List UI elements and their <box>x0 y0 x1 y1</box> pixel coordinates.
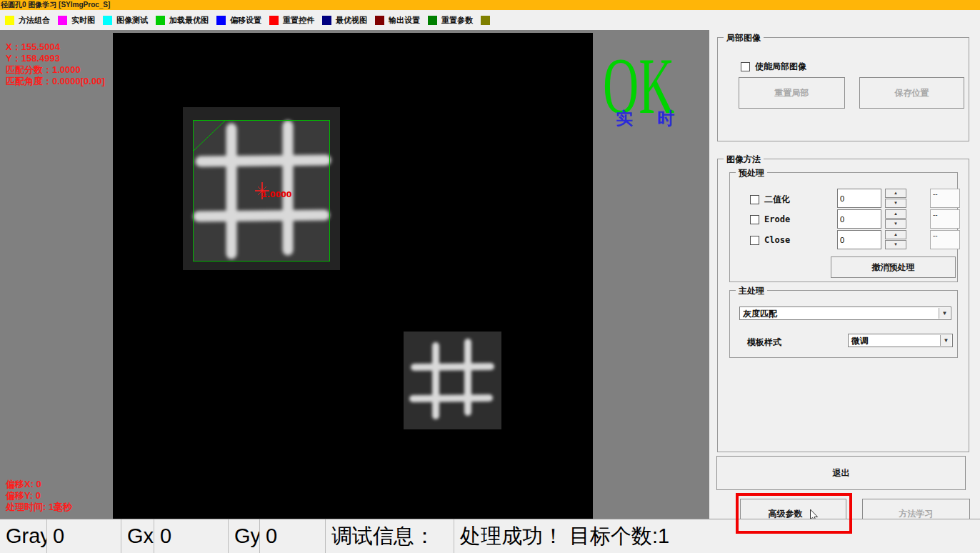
erode-extra-field: -- <box>930 209 960 229</box>
status-gy-value: 0 <box>260 519 326 553</box>
template-style-select[interactable]: 微调 ▼ <box>848 334 953 347</box>
preprocess-group: 预处理 二值化 ▲ ▼ -- Erode <box>729 172 958 282</box>
spin-up-button[interactable]: ▲ <box>885 230 906 239</box>
window-title-bar: 径圆孔0 图像学习 [SYImgProc_S] <box>0 0 980 10</box>
local-image-group-title: 局部图像 <box>724 32 764 44</box>
enable-local-image-label: 使能局部图像 <box>755 61 806 73</box>
navy-swatch-icon <box>322 16 331 25</box>
magenta-swatch-icon <box>58 16 67 25</box>
toolbar-item-label: 实时图 <box>71 15 95 26</box>
toolbar-item-offset-settings[interactable]: 偏移设置 <box>216 15 261 26</box>
toolbar-item-label: 重置控件 <box>283 15 314 26</box>
reset-local-button: 重置局部 <box>739 77 845 109</box>
realtime-mode-text: 实 时 <box>616 107 684 130</box>
main-method-select[interactable]: 灰度匹配 ▼ <box>739 307 951 320</box>
toolbar-item-label: 输出设置 <box>389 15 420 26</box>
coord-x-text: X：155.5004 <box>6 41 105 53</box>
maroon-swatch-icon <box>375 16 384 25</box>
close-label: Close <box>764 235 790 245</box>
yellow-swatch-icon <box>5 16 14 25</box>
spin-down-button[interactable]: ▼ <box>885 240 906 249</box>
spin-down-button[interactable]: ▼ <box>885 199 906 208</box>
close-extra-field: -- <box>930 230 960 249</box>
toolbar-item-live-image[interactable]: 实时图 <box>58 15 95 26</box>
undo-preprocess-button[interactable]: 撤消预处理 <box>831 256 956 278</box>
template-style-value: 微调 <box>851 335 869 347</box>
status-gray-label: Gray <box>0 519 47 553</box>
spin-down-button[interactable]: ▼ <box>885 219 906 229</box>
status-gy-label: Gy <box>229 519 260 553</box>
image-method-group: 图像方法 预处理 二值化 ▲ ▼ -- Erode <box>717 159 969 452</box>
toolbar-item-reset-params[interactable]: 重置参数 <box>428 15 473 26</box>
chevron-down-icon[interactable]: ▼ <box>940 335 951 346</box>
chevron-down-icon[interactable]: ▼ <box>939 308 950 319</box>
erode-checkbox[interactable] <box>750 215 759 224</box>
main-method-value: 灰度匹配 <box>743 308 777 320</box>
hash-pattern-small <box>404 332 501 429</box>
binarize-row: 二值化 ▲ ▼ -- <box>730 189 959 209</box>
toolbar-item-label: 图像测试 <box>116 15 148 26</box>
status-debug-label: 调试信息： <box>326 519 454 553</box>
target-pattern <box>404 332 501 429</box>
status-message: 处理成功！ 目标个数:1 <box>454 519 980 553</box>
local-image-group: 局部图像 使能局部图像 重置局部 保存位置 <box>717 37 969 141</box>
erode-value-input[interactable] <box>837 209 881 229</box>
status-bar: Gray 0 Gx 0 Gy 0 调试信息： 处理成功！ 目标个数:1 <box>0 519 980 553</box>
close-value-input[interactable] <box>837 230 881 249</box>
toolbar: 方法组合 实时图 图像测试 加载最优图 偏移设置 重置控件 最优视图 输出设置 … <box>0 10 980 30</box>
toolbar-item-unlabeled[interactable] <box>481 16 494 25</box>
status-gx-label: Gx <box>121 519 154 553</box>
toolbar-item-best-view[interactable]: 最优视图 <box>322 15 367 26</box>
erode-label: Erode <box>764 214 790 224</box>
match-angle-text: 匹配角度：0.0000[0.00] <box>6 76 105 87</box>
preprocess-group-title: 预处理 <box>736 167 767 179</box>
coord-y-text: Y：158.4993 <box>6 53 105 64</box>
offset-x-text: 偏移X: 0 <box>6 479 72 490</box>
spin-up-button[interactable]: ▲ <box>885 189 906 198</box>
template-style-label: 模板样式 <box>747 337 781 349</box>
toolbar-item-label: 偏移设置 <box>230 15 261 26</box>
green-swatch-icon <box>156 16 165 25</box>
cyan-swatch-icon <box>103 16 112 25</box>
toolbar-item-image-test[interactable]: 图像测试 <box>103 15 148 26</box>
main-process-group-title: 主处理 <box>736 285 767 297</box>
binarize-extra-field: -- <box>930 189 960 208</box>
red-swatch-icon <box>269 16 279 25</box>
erode-spinner: ▲ ▼ <box>885 209 906 229</box>
blue-swatch-icon <box>216 16 226 25</box>
toolbar-item-label: 加载最优图 <box>169 15 209 26</box>
toolbar-item-label: 最优视图 <box>336 15 367 26</box>
enable-local-image-checkbox[interactable] <box>741 62 750 71</box>
toolbar-item-method-combo[interactable]: 方法组合 <box>5 15 50 26</box>
olive-swatch-icon <box>481 16 490 25</box>
match-result-overlay: X：155.5004 Y：158.4993 匹配分数：1.0000 匹配角度：0… <box>6 41 105 87</box>
status-gx-value: 0 <box>154 519 229 553</box>
toolbar-item-label: 重置参数 <box>441 15 473 26</box>
offset-overlay: 偏移X: 0 偏移Y: 0 处理时间: 1毫秒 <box>6 479 72 513</box>
camera-image-viewport[interactable]: 1.0000 <box>113 33 593 519</box>
erode-row: Erode ▲ ▼ -- <box>730 209 959 229</box>
binarize-value-input[interactable] <box>837 189 881 208</box>
toolbar-item-output-settings[interactable]: 输出设置 <box>375 15 420 26</box>
control-panel: 局部图像 使能局部图像 重置局部 保存位置 图像方法 预处理 二值化 ▲ ▼ <box>709 30 980 519</box>
spin-up-button[interactable]: ▲ <box>885 209 906 219</box>
close-row: Close ▲ ▼ -- <box>730 230 959 250</box>
save-position-button: 保存位置 <box>859 77 964 109</box>
enable-local-image-checkbox-row: 使能局部图像 <box>741 61 806 73</box>
image-method-group-title: 图像方法 <box>724 154 764 166</box>
exit-button[interactable]: 退出 <box>716 456 966 490</box>
toolbar-item-label: 方法组合 <box>19 15 50 26</box>
binarize-checkbox[interactable] <box>750 195 759 204</box>
advanced-params-button-label: 高级参数 <box>769 508 803 520</box>
binarize-spinner: ▲ ▼ <box>885 189 906 208</box>
selection-corner-mark <box>183 107 240 164</box>
main-process-group: 主处理 灰度匹配 ▼ 模板样式 微调 ▼ <box>729 290 958 358</box>
status-gray-value: 0 <box>47 519 121 553</box>
close-checkbox[interactable] <box>750 236 759 245</box>
image-canvas: 1.0000 X：155.5004 Y：158.4993 匹配分数：1.0000… <box>0 30 709 519</box>
toolbar-item-load-best-image[interactable]: 加载最优图 <box>156 15 209 26</box>
toolbar-item-reset-controls[interactable]: 重置控件 <box>269 15 314 26</box>
match-score-text: 匹配分数：1.0000 <box>6 64 105 76</box>
close-spinner: ▲ ▼ <box>885 230 906 249</box>
template-match-region: 1.0000 <box>183 107 340 270</box>
